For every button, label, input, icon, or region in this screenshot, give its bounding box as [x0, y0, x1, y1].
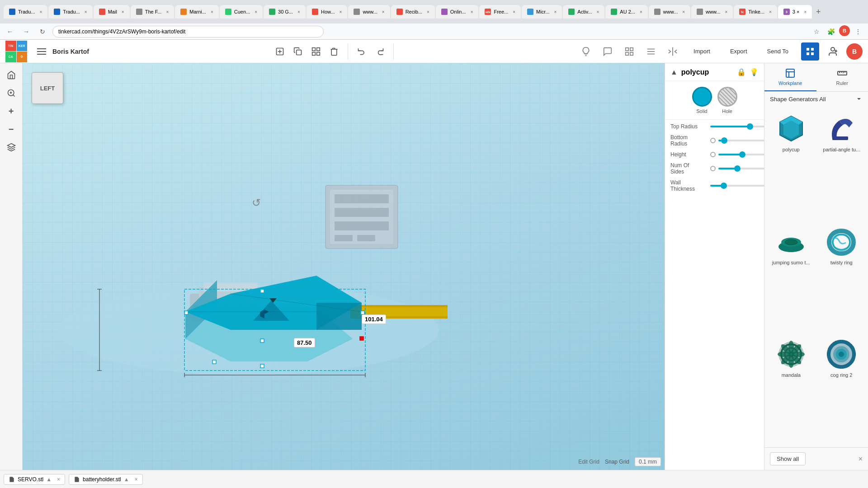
measurement-label-2: 87.50 — [294, 338, 315, 347]
canvas-area[interactable]: LEFT ↺ — [23, 63, 665, 470]
shape-item-cog-ring[interactable]: cog ring 2 — [817, 333, 867, 446]
svg-rect-65 — [335, 221, 389, 230]
tab-3[interactable]: The F...× — [131, 5, 175, 19]
hamburger-button[interactable] — [34, 44, 49, 59]
props-lock-button[interactable]: 🔒 — [737, 68, 746, 76]
tab-10[interactable]: Onlin...× — [436, 5, 479, 19]
edit-grid-button[interactable]: Edit Grid — [578, 459, 599, 465]
new-tab-button[interactable]: + — [813, 6, 824, 17]
param-top-radius-slider[interactable] — [710, 126, 764, 127]
group-button[interactable] — [308, 43, 324, 60]
tab-8[interactable]: www...× — [348, 5, 390, 19]
export-button[interactable]: Export — [723, 45, 755, 57]
param-wall-thickness-slider[interactable] — [710, 185, 764, 187]
tab-tinkercad2[interactable]: tcTinke...× — [734, 5, 777, 19]
tab-mail[interactable]: Mail× — [94, 5, 130, 19]
duplicate-button[interactable] — [290, 43, 306, 60]
tab-active[interactable]: 3 3 × × — [778, 5, 812, 19]
shape-item-partial-angle[interactable]: partial-angle tu... — [817, 108, 867, 220]
bulb-button[interactable] — [578, 43, 594, 60]
3d-scene — [54, 140, 448, 380]
address-input[interactable] — [52, 26, 324, 38]
tab-6[interactable]: 30 G...× — [264, 5, 306, 19]
tab-15[interactable]: www...× — [691, 5, 733, 19]
param-num-sides-slider[interactable] — [718, 168, 764, 169]
tab-12[interactable]: Activ...× — [563, 5, 604, 19]
props-header: ▲ polycup 🔒 💡 — [665, 63, 764, 81]
param-bottom-radius: BottomRadius 5 — [670, 134, 759, 147]
show-all-button[interactable]: Show all — [770, 452, 806, 465]
add-user-button[interactable] — [825, 43, 841, 60]
tab-9[interactable]: Recib...× — [391, 5, 435, 19]
workplane-tab[interactable]: Workplane — [764, 63, 816, 91]
file-close-button-2[interactable]: × — [135, 476, 138, 483]
layers-button[interactable] — [3, 139, 19, 155]
shape-item-twisty-ring[interactable]: twisty ring — [817, 221, 867, 333]
avatar[interactable]: B — [846, 43, 863, 60]
file-close-button-1[interactable]: × — [57, 476, 60, 483]
svg-rect-2 — [37, 54, 46, 55]
tab-tinkercad[interactable]: wixFree...× — [479, 5, 521, 19]
tab-14[interactable]: www...× — [649, 5, 690, 19]
file-item-servo[interactable]: SERVO.stl ▲ × — [4, 474, 65, 485]
tab-5[interactable]: Cuen...× — [220, 5, 263, 19]
file-expand-button-2[interactable]: ▲ — [124, 476, 129, 483]
svg-rect-94 — [801, 245, 802, 248]
props-collapse-button[interactable]: ▲ — [670, 68, 678, 76]
tab-13[interactable]: AU 2...× — [605, 5, 647, 19]
address-bar-row: ← → ↻ ☆ 🧩 B ⋮ — [0, 23, 868, 40]
shape-item-mandala[interactable]: mandala — [766, 333, 816, 446]
extensions-button[interactable]: 🧩 — [825, 25, 837, 38]
back-button[interactable]: ← — [4, 25, 16, 38]
shape-gen-dropdown[interactable] — [855, 95, 863, 103]
tab-11[interactable]: Micr...× — [522, 5, 562, 19]
home-button[interactable] — [3, 67, 19, 83]
svg-rect-7 — [312, 47, 315, 51]
tab-7[interactable]: How...× — [307, 5, 347, 19]
redo-button[interactable] — [372, 43, 388, 60]
snap-grid-value[interactable]: 0.1 mm — [635, 457, 661, 466]
group-view-button[interactable] — [621, 43, 637, 60]
align-button[interactable] — [643, 43, 659, 60]
svg-rect-115 — [840, 365, 843, 369]
view-cube[interactable]: LEFT — [32, 72, 68, 108]
zoom-in-button[interactable]: + — [3, 103, 19, 119]
properties-panel: ▲ polycup 🔒 💡 Solid Hole — [665, 63, 764, 470]
param-height-slider[interactable] — [718, 154, 764, 155]
zoom-fit-button[interactable] — [3, 85, 19, 101]
apps-grid-button[interactable] — [801, 42, 819, 61]
solid-option[interactable]: Solid — [692, 87, 712, 114]
shape-thumb-mandala — [773, 338, 809, 370]
param-bottom-radius-slider[interactable] — [718, 140, 764, 141]
shape-item-polycup[interactable]: polycup — [766, 108, 816, 220]
zoom-out-button[interactable]: − — [3, 121, 19, 137]
reload-button[interactable]: ↻ — [36, 25, 49, 38]
close-panel-button[interactable]: × — [859, 455, 863, 463]
import-button[interactable]: Import — [686, 45, 717, 57]
mirror-button[interactable] — [665, 43, 681, 60]
tab-2[interactable]: Tradu...× — [48, 5, 92, 19]
add-shape-button[interactable] — [272, 43, 288, 60]
props-light-button[interactable]: 💡 — [750, 68, 759, 76]
hole-option[interactable]: Hole — [717, 87, 737, 114]
tab-4[interactable]: Marni...× — [175, 5, 219, 19]
view-cube-label[interactable]: LEFT — [32, 72, 63, 104]
file-expand-button-1[interactable]: ▲ — [46, 476, 52, 483]
solid-circle — [692, 87, 712, 107]
props-params: Top Radius 34.22 BottomRadius 5 — [665, 120, 764, 470]
tab-1[interactable]: Tradu...× — [4, 5, 47, 19]
user-profile-button[interactable]: B — [839, 25, 850, 36]
shape-item-jumping-sumo[interactable]: jumping sumo t... — [766, 221, 816, 333]
send-to-button[interactable]: Send To — [760, 45, 796, 57]
ruler-tab[interactable]: Ruler — [816, 63, 868, 91]
delete-button[interactable] — [326, 43, 342, 60]
svg-rect-57 — [212, 360, 216, 364]
comment-button[interactable] — [599, 43, 616, 60]
forward-button[interactable]: → — [20, 25, 33, 38]
tinkercad-logo[interactable]: TIN KER CA D — [5, 41, 27, 62]
file-item-battery[interactable]: batteryholder.stl ▲ × — [69, 474, 143, 485]
bookmark-button[interactable]: ☆ — [810, 25, 823, 38]
ruler-label: Ruler — [836, 80, 848, 86]
menu-button[interactable]: ⋮ — [852, 25, 864, 38]
undo-button[interactable] — [354, 43, 370, 60]
